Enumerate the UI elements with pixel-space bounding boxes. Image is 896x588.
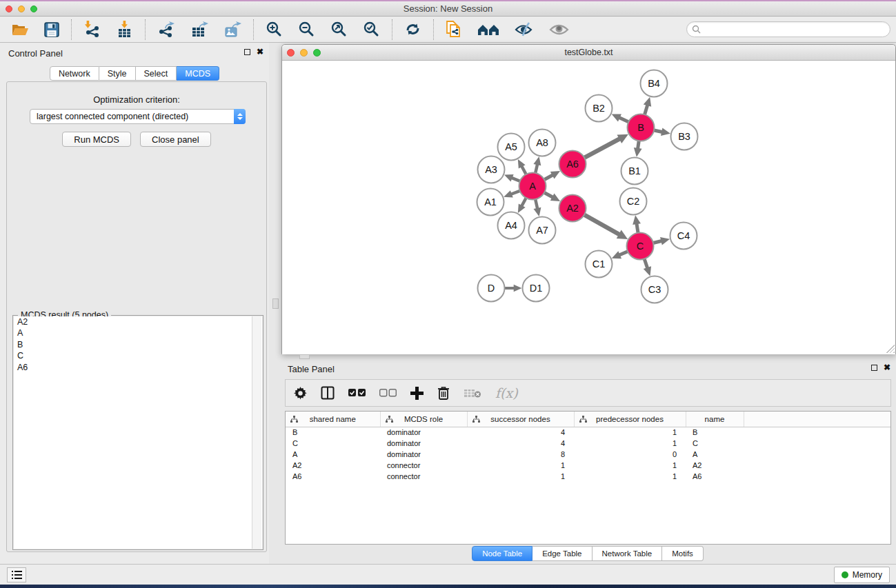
open-session-button[interactable] bbox=[8, 21, 32, 39]
tab-network[interactable]: Network bbox=[50, 66, 99, 81]
zoom-out-button[interactable] bbox=[295, 19, 318, 39]
refresh-icon bbox=[404, 21, 421, 37]
memory-button[interactable]: Memory bbox=[834, 567, 890, 583]
node-table: shared nameMCDS rolesuccessor nodesprede… bbox=[286, 412, 890, 482]
home-button[interactable] bbox=[475, 21, 502, 39]
show-eye-button[interactable] bbox=[546, 21, 572, 38]
table-cell[interactable]: 1 bbox=[574, 427, 686, 438]
table-cell[interactable]: 1 bbox=[574, 460, 686, 471]
save-session-button[interactable] bbox=[41, 21, 62, 39]
import-network-button[interactable] bbox=[81, 19, 103, 39]
float-table-panel-icon[interactable] bbox=[871, 365, 877, 371]
vertical-split-handle[interactable] bbox=[272, 298, 279, 309]
graph-edge-arrowhead bbox=[661, 128, 670, 136]
table-cell[interactable]: A6 bbox=[686, 471, 744, 482]
create-column-button[interactable] bbox=[410, 387, 424, 400]
column-header-shared-name[interactable]: shared name bbox=[286, 412, 380, 427]
table-cell[interactable]: A2 bbox=[686, 460, 744, 471]
table-cell[interactable]: 4 bbox=[467, 427, 574, 438]
table-settings-button[interactable] bbox=[294, 387, 307, 400]
network-window-titlebar: testGlobe.txt bbox=[282, 45, 895, 61]
table-cell[interactable]: 1 bbox=[574, 471, 686, 482]
close-panel-icon[interactable]: ✖ bbox=[257, 48, 263, 55]
export-network-icon bbox=[157, 21, 175, 38]
run-mcds-button[interactable]: Run MCDS bbox=[62, 132, 131, 147]
table-row[interactable]: A2connector11A2 bbox=[286, 460, 890, 471]
column-header-predecessor-nodes[interactable]: predecessor nodes bbox=[574, 412, 686, 427]
mcds-result-item[interactable]: A6 bbox=[14, 362, 262, 374]
resize-grip-icon[interactable] bbox=[886, 345, 895, 353]
export-image-button[interactable] bbox=[221, 19, 244, 39]
task-history-button[interactable] bbox=[7, 567, 26, 582]
tab-network-table[interactable]: Network Table bbox=[593, 546, 663, 561]
import-table-button[interactable] bbox=[113, 19, 136, 39]
table-cell[interactable]: C bbox=[286, 438, 380, 449]
delete-column-button[interactable] bbox=[437, 386, 450, 400]
column-header-mcds-role[interactable]: MCDS role bbox=[380, 412, 467, 427]
search-field bbox=[686, 21, 890, 37]
table-cell[interactable]: connector bbox=[380, 471, 467, 482]
table-row[interactable]: Bdominator41B bbox=[286, 427, 890, 438]
tab-edge-table[interactable]: Edge Table bbox=[532, 546, 592, 561]
table-cell[interactable]: connector bbox=[380, 460, 467, 471]
delete-table-button[interactable] bbox=[464, 388, 481, 398]
table-row[interactable]: A6connector11A6 bbox=[286, 471, 890, 482]
table-cell[interactable]: B bbox=[286, 427, 380, 438]
close-table-panel-icon[interactable]: ✖ bbox=[884, 364, 890, 371]
import-table-icon bbox=[116, 21, 133, 38]
search-input[interactable] bbox=[701, 23, 890, 36]
table-cell[interactable]: 1 bbox=[574, 438, 686, 449]
node-table-container: shared nameMCDS rolesuccessor nodesprede… bbox=[285, 411, 891, 545]
graph-node-label: A3 bbox=[485, 164, 497, 175]
column-header-successor-nodes[interactable]: successor nodes bbox=[467, 412, 574, 427]
hide-details-button[interactable] bbox=[512, 20, 537, 39]
function-builder-button[interactable]: f(x) bbox=[495, 385, 518, 401]
table-cell[interactable]: A bbox=[686, 449, 744, 460]
table-cell[interactable]: dominator bbox=[380, 449, 467, 460]
table-row[interactable]: Adominator80A bbox=[286, 449, 890, 460]
select-all-rows-button[interactable] bbox=[348, 389, 366, 397]
float-panel-icon[interactable] bbox=[244, 49, 250, 55]
graph-node-label: A5 bbox=[505, 141, 517, 152]
table-cell[interactable]: dominator bbox=[380, 427, 467, 438]
mcds-result-item[interactable]: B bbox=[14, 339, 262, 351]
zoom-selected-button[interactable] bbox=[360, 19, 383, 39]
table-cell[interactable]: 1 bbox=[467, 460, 574, 471]
zoom-fit-button[interactable] bbox=[328, 19, 350, 39]
table-cell[interactable]: C bbox=[686, 438, 744, 449]
graph-edge-arrowhead bbox=[634, 148, 642, 157]
criterion-dropdown-value: largest connected component (directed) bbox=[30, 112, 235, 121]
mcds-result-item[interactable]: C bbox=[14, 351, 262, 363]
export-network-button[interactable] bbox=[155, 19, 178, 39]
refresh-button[interactable] bbox=[401, 20, 424, 39]
table-cell[interactable]: A bbox=[286, 449, 380, 460]
table-row[interactable]: Cdominator41C bbox=[286, 438, 890, 449]
tab-node-table[interactable]: Node Table bbox=[472, 546, 532, 561]
table-cell[interactable]: 0 bbox=[574, 449, 686, 460]
tab-mcds[interactable]: MCDS bbox=[177, 66, 219, 81]
show-column-panel-button[interactable] bbox=[321, 386, 335, 400]
close-panel-button[interactable]: Close panel bbox=[140, 132, 211, 147]
zoom-in-button[interactable] bbox=[263, 19, 286, 39]
clone-network-button[interactable] bbox=[443, 19, 465, 40]
export-table-button[interactable] bbox=[188, 19, 211, 39]
column-header-name[interactable]: name bbox=[686, 412, 744, 427]
tab-select[interactable]: Select bbox=[136, 66, 177, 81]
table-cell[interactable]: A6 bbox=[286, 471, 380, 482]
table-cell[interactable]: dominator bbox=[380, 438, 467, 449]
network-canvas[interactable]: AA1A2A3A4A5A6A7A8BB1B2B3B4CC1C2C3C4DD1 bbox=[282, 61, 895, 354]
mcds-result-item[interactable]: A2 bbox=[14, 316, 262, 328]
result-list-scrollbar[interactable] bbox=[252, 316, 261, 549]
graph-node-label: C bbox=[637, 241, 644, 252]
table-cell[interactable]: 1 bbox=[467, 471, 574, 482]
table-cell[interactable]: B bbox=[686, 427, 744, 438]
table-cell[interactable]: 8 bbox=[467, 449, 574, 460]
criterion-dropdown[interactable]: largest connected component (directed) bbox=[30, 109, 246, 124]
tab-style[interactable]: Style bbox=[99, 66, 136, 81]
table-cell[interactable]: A2 bbox=[286, 460, 380, 471]
dropdown-stepper-icon bbox=[234, 109, 246, 124]
tab-motifs[interactable]: Motifs bbox=[662, 546, 704, 561]
mcds-result-item[interactable]: A bbox=[14, 328, 262, 340]
deselect-all-rows-button[interactable] bbox=[379, 389, 397, 397]
table-cell[interactable]: 4 bbox=[467, 438, 574, 449]
